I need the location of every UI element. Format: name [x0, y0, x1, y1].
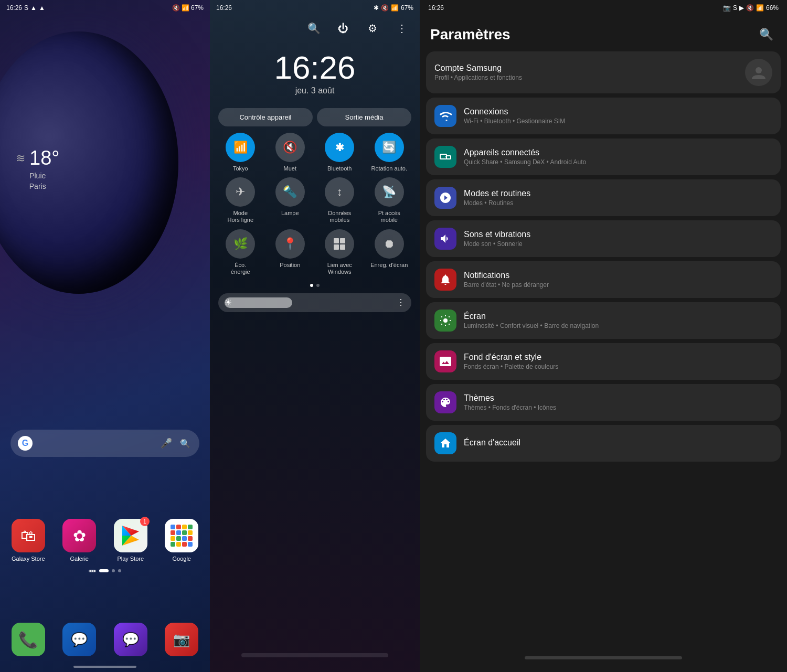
nebula-icon: 💬 — [114, 623, 147, 656]
tile-data-icon: ↕ — [325, 177, 354, 207]
samsung-account-title: Compte Samsung — [434, 63, 738, 73]
play-store-badge: 1 — [140, 517, 150, 526]
wallpaper-icon — [434, 350, 456, 372]
shade-bottom-space — [210, 662, 420, 672]
notifs-item[interactable]: Notifications Barre d'état • Ne pas déra… — [426, 261, 781, 298]
tab-controle-appareil[interactable]: Contrôle appareil — [218, 108, 313, 126]
accueil-item[interactable]: Écran d'accueil — [426, 425, 781, 462]
google-label: Google — [173, 556, 191, 562]
app-galaxy-store[interactable]: 🛍 Galaxy Store — [5, 519, 51, 562]
notifs-text: Notifications Barre d'état • Ne pas déra… — [464, 271, 772, 289]
tab-sortie-media[interactable]: Sortie média — [317, 108, 411, 126]
settings-search-button[interactable]: 🔍 — [756, 24, 777, 45]
tile-rotation[interactable]: 🔄 Rotation auto. — [367, 133, 412, 172]
shade-settings-icon[interactable]: ⚙ — [363, 19, 382, 38]
settings-bottom-space — [420, 664, 787, 672]
tile-hotspot[interactable]: 📡 Pt accès mobile — [367, 177, 412, 223]
brightness-control[interactable]: ☀ ⋮ — [218, 293, 411, 312]
modes-text: Modes et routines Modes • Routines — [464, 189, 772, 207]
svg-point-8 — [756, 67, 762, 73]
app-dock: 📞 💬 💬 📷 — [5, 623, 205, 656]
app-play-store[interactable]: 1 Play Store — [108, 519, 154, 562]
sons-item[interactable]: Sons et vibrations Mode son • Sonnerie — [426, 220, 781, 257]
appareils-card[interactable]: Appareils connectés Quick Share • Samsun… — [426, 138, 781, 175]
tile-location[interactable]: 📍 Position — [268, 229, 313, 275]
shade-dot-2 — [316, 284, 320, 287]
tile-windows[interactable]: Lien avec Windows — [317, 229, 362, 275]
tile-tokyo[interactable]: 📶 Tokyo — [218, 133, 263, 172]
svg-rect-5 — [340, 238, 345, 243]
dock-nebula[interactable]: 💬 — [108, 623, 154, 656]
tile-eco[interactable]: 🌿 Éco. énergie — [218, 229, 263, 275]
ecran-card[interactable]: Écran Luminosité • Confort visuel • Barr… — [426, 302, 781, 339]
page-dots — [0, 569, 210, 572]
themes-item[interactable]: Thèmes Thèmes • Fonds d'écran • Icônes — [426, 384, 781, 421]
google-search-bar[interactable]: G 🎤 🔍 — [10, 430, 199, 457]
settings-status-bar: 16:26 📷 S ▶ 🔇 📶 66% — [420, 0, 787, 16]
home-alert-icon: ▲ — [39, 4, 45, 12]
appareils-title: Appareils connectés — [464, 148, 772, 157]
settings-header: Paramètres 🔍 — [420, 16, 787, 51]
fond-sub: Fonds écran • Palette de couleurs — [464, 363, 772, 370]
tile-record-label: Enreg. d'écran — [370, 262, 408, 269]
themes-card[interactable]: Thèmes Thèmes • Fonds d'écran • Icônes — [426, 384, 781, 421]
tile-data-label: Données mobiles — [328, 210, 351, 223]
tile-flashlight[interactable]: 🔦 Lampe — [268, 177, 313, 223]
fond-card[interactable]: Fond d'écran et style Fonds écran • Pale… — [426, 343, 781, 380]
app-google[interactable]: Google — [159, 519, 205, 562]
accueil-card[interactable]: Écran d'accueil — [426, 425, 781, 462]
fond-item[interactable]: Fond d'écran et style Fonds écran • Pale… — [426, 343, 781, 380]
shade-mute-icon: 🔇 — [381, 4, 389, 12]
samsung-account-text: Compte Samsung Profil • Applications et … — [434, 63, 738, 81]
tile-flashlight-label: Lampe — [281, 210, 299, 217]
tile-flashlight-icon: 🔦 — [275, 177, 305, 207]
tile-bluetooth[interactable]: ✱ Bluetooth — [317, 133, 362, 172]
connexions-item[interactable]: Connexions Wi-Fi • Bluetooth • Gestionna… — [426, 98, 781, 134]
home-battery: 67% — [191, 4, 204, 12]
shade-dot-1 — [310, 284, 313, 287]
app-galerie[interactable]: ✿ Galerie — [57, 519, 103, 562]
shade-search-icon[interactable]: 🔍 — [304, 19, 323, 38]
themes-sub: Thèmes • Fonds d'écran • Icônes — [464, 404, 772, 411]
accueil-text: Écran d'accueil — [464, 438, 772, 449]
ecran-item[interactable]: Écran Luminosité • Confort visuel • Barr… — [426, 302, 781, 339]
shade-more-icon[interactable]: ⋮ — [392, 19, 411, 38]
samsung-account-card[interactable]: Compte Samsung Profil • Applications et … — [426, 51, 781, 93]
shade-spacer — [210, 316, 420, 649]
themes-icon — [434, 391, 456, 413]
tile-record[interactable]: ⏺ Enreg. d'écran — [367, 229, 412, 275]
dock-messages[interactable]: 💬 — [57, 623, 103, 656]
google-logo: G — [18, 436, 33, 451]
notifs-card[interactable]: Notifications Barre d'état • Ne pas déra… — [426, 261, 781, 298]
svg-rect-10 — [446, 156, 451, 159]
tile-data[interactable]: ↕ Données mobiles — [317, 177, 362, 223]
tile-hotspot-label: Pt accès mobile — [378, 210, 400, 223]
connexions-title: Connexions — [464, 107, 772, 116]
home-mute-icon: 🔇 — [172, 4, 180, 12]
voice-search-icon[interactable]: 🎤 — [159, 436, 173, 450]
sons-card[interactable]: Sons et vibrations Mode son • Sonnerie — [426, 220, 781, 257]
brightness-more-icon[interactable]: ⋮ — [397, 297, 405, 307]
galaxy-store-label: Galaxy Store — [12, 556, 45, 562]
screen-icon — [434, 310, 456, 332]
tile-eco-icon: 🌿 — [226, 229, 255, 259]
shade-power-icon[interactable]: ⏻ — [334, 19, 353, 38]
home-s-icon: S — [24, 4, 28, 12]
connexions-card[interactable]: Connexions Wi-Fi • Bluetooth • Gestionna… — [426, 98, 781, 134]
modes-card[interactable]: Modes et routines Modes • Routines — [426, 179, 781, 216]
modes-item[interactable]: Modes et routines Modes • Routines — [426, 179, 781, 216]
tile-rotation-label: Rotation auto. — [371, 165, 408, 172]
tile-location-label: Position — [280, 262, 300, 269]
weather-icon: ≋ — [16, 152, 25, 165]
galaxy-store-icon: 🛍 — [12, 519, 45, 552]
samsung-account-item[interactable]: Compte Samsung Profil • Applications et … — [426, 51, 781, 93]
shade-signal: 📶 — [391, 4, 399, 12]
tile-airplane[interactable]: ✈ Mode Hors ligne — [218, 177, 263, 223]
tile-mute[interactable]: 🔇 Muet — [268, 133, 313, 172]
lens-search-icon[interactable]: 🔍 — [178, 436, 192, 450]
dock-camera[interactable]: 📷 — [159, 623, 205, 656]
home-screen: 16:26 S ▲ ▲ 🔇 📶 67% ≋ 18° Pluie Paris G … — [0, 0, 210, 672]
accueil-title: Écran d'accueil — [464, 438, 772, 447]
dock-phone[interactable]: 📞 — [5, 623, 51, 656]
appareils-item[interactable]: Appareils connectés Quick Share • Samsun… — [426, 138, 781, 175]
